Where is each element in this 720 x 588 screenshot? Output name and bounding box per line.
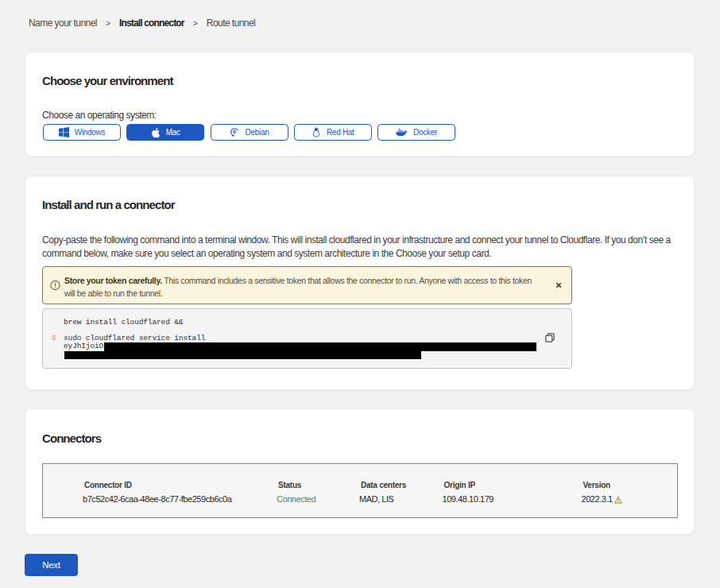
header-version: Version	[583, 481, 610, 490]
connectors-table: Connector ID Status Data centers Origin …	[42, 463, 678, 518]
install-description: Copy-paste the following command into a …	[42, 234, 678, 260]
os-button-docker[interactable]: Docker	[377, 124, 455, 141]
alert-title: Store your token carefully.	[64, 276, 162, 285]
cell-origin-ip: 109.48.10.179	[443, 494, 582, 505]
windows-icon	[59, 127, 69, 137]
header-origin-ip: Origin IP	[444, 481, 583, 490]
os-button-label: Mac	[166, 128, 180, 137]
redhat-linux-icon	[312, 127, 321, 138]
install-card-title: Install and run a connector	[42, 199, 175, 211]
copy-icon[interactable]	[545, 333, 555, 342]
connectors-table-header: Connector ID Status Data centers Origin …	[84, 481, 610, 490]
token-redaction-bar-2	[64, 351, 421, 359]
breadcrumb: Name your tunnel > Install connector > R…	[29, 18, 255, 29]
os-button-redhat[interactable]: Red Hat	[294, 124, 372, 141]
code-token-prefix: eyJhIjoiO	[64, 342, 103, 350]
cell-status: Connected	[277, 494, 359, 505]
cell-data-centers: MAD, LIS	[359, 494, 443, 505]
os-label: Choose an operating system:	[42, 110, 157, 121]
cell-version: 2022.3.1	[582, 494, 622, 505]
cell-connector-id: b7c52c42-6caa-48ee-8c77-fbe259cb6c0a	[83, 494, 277, 505]
header-connector-id: Connector ID	[84, 481, 278, 490]
os-button-windows[interactable]: Windows	[43, 124, 121, 141]
connectors-card-title: Connectors	[42, 432, 101, 444]
header-status: Status	[278, 481, 361, 490]
breadcrumb-name-your-tunnel[interactable]: Name your tunnel	[29, 18, 97, 29]
header-data-centers: Data centers	[361, 481, 444, 490]
breadcrumb-route-tunnel[interactable]: Route tunnel	[207, 18, 255, 29]
os-button-label: Debian	[246, 128, 269, 137]
warning-triangle-icon	[614, 496, 622, 504]
token-warning-alert: Store your token carefully. This command…	[42, 266, 572, 304]
os-button-debian[interactable]: Debian	[211, 124, 288, 141]
os-button-label: Windows	[75, 128, 105, 137]
os-button-row: Windows Mac Debian Red Hat Docker	[43, 124, 455, 141]
breadcrumb-separator: >	[193, 18, 198, 29]
version-text: 2022.3.1	[582, 494, 613, 505]
debian-icon	[230, 127, 240, 137]
choose-environment-card	[25, 52, 695, 157]
close-icon[interactable]	[555, 282, 562, 288]
os-button-label: Docker	[413, 128, 437, 137]
os-button-mac[interactable]: Mac	[126, 124, 204, 141]
os-button-label: Red Hat	[327, 128, 354, 137]
breadcrumb-install-connector[interactable]: Install connector	[119, 18, 184, 29]
code-prompt: $	[52, 335, 56, 342]
next-button[interactable]: Next	[25, 554, 78, 576]
docker-icon	[396, 128, 408, 137]
warning-info-icon	[50, 280, 60, 291]
install-command-codeblock: brew install cloudflared && $ sudo cloud…	[42, 308, 572, 369]
apple-icon	[151, 127, 161, 138]
breadcrumb-separator: >	[106, 18, 110, 29]
token-redaction-bar-1	[104, 342, 537, 352]
environment-card-title: Choose your environment	[42, 75, 172, 87]
alert-text: Store your token carefully. This command…	[64, 274, 538, 300]
connectors-table-row: b7c52c42-6caa-48ee-8c77-fbe259cb6c0a Con…	[83, 494, 622, 505]
code-line-1: brew install cloudflared &&	[64, 319, 183, 327]
